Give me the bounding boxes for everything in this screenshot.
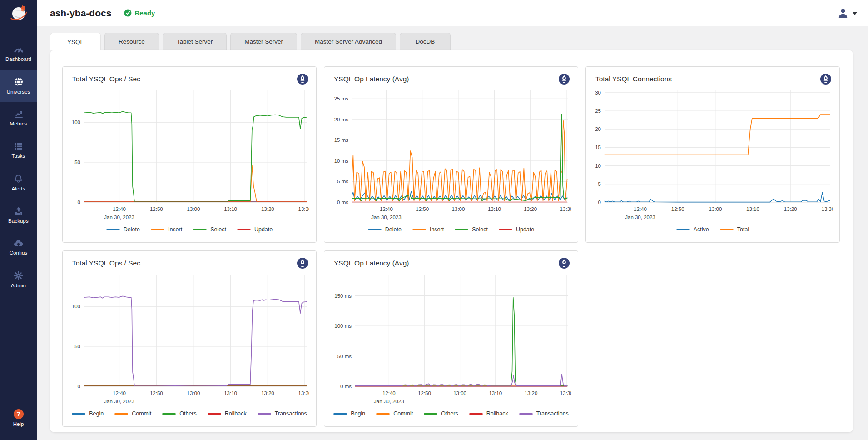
sidebar: Dashboard Universes Metrics xyxy=(0,0,37,440)
bell-icon xyxy=(14,174,23,184)
svg-text:12:50: 12:50 xyxy=(416,206,429,212)
legend-item[interactable]: Active xyxy=(676,226,709,233)
tab-master-server[interactable]: Master Server xyxy=(230,33,297,50)
chart-card-ysql-op-latency-transactions: YSQL Op Latency (Avg) 12:4012:5013:0013:… xyxy=(324,250,578,427)
legend-swatch xyxy=(455,229,468,230)
sidebar-item-admin[interactable]: Admin xyxy=(0,263,37,295)
legend-item[interactable]: Commit xyxy=(114,410,151,417)
svg-text:12:40: 12:40 xyxy=(113,206,126,212)
svg-text:13:10: 13:10 xyxy=(489,390,502,396)
prometheus-icon[interactable] xyxy=(297,257,308,269)
legend-item[interactable]: Delete xyxy=(106,226,140,233)
legend-item[interactable]: Insert xyxy=(412,226,444,233)
legend-label: Update xyxy=(254,226,273,233)
legend-label: Insert xyxy=(430,226,444,233)
legend-swatch xyxy=(333,413,347,415)
line-chart: 12:4012:5013:0013:1013:2013:300510152025… xyxy=(593,87,833,223)
sidebar-item-dashboard[interactable]: Dashboard xyxy=(0,37,37,70)
legend-label: Insert xyxy=(168,226,182,233)
legend-item[interactable]: Rollback xyxy=(208,410,247,417)
legend-item[interactable]: Begin xyxy=(333,410,365,417)
sidebar-item-label: Help xyxy=(13,421,24,427)
svg-text:100: 100 xyxy=(72,304,80,309)
yugabyte-logo[interactable] xyxy=(0,0,37,26)
legend-item[interactable]: Update xyxy=(499,226,534,233)
svg-text:Jan 30, 2023: Jan 30, 2023 xyxy=(625,215,655,220)
legend-item[interactable]: Transactions xyxy=(519,410,569,417)
globe-icon xyxy=(14,77,24,87)
tab-tablet-server[interactable]: Tablet Server xyxy=(163,33,227,50)
sidebar-item-backups[interactable]: Backups xyxy=(0,199,37,231)
prometheus-icon[interactable] xyxy=(558,257,570,269)
svg-text:13:10: 13:10 xyxy=(224,206,237,212)
user-menu[interactable] xyxy=(827,0,868,26)
sidebar-item-universes[interactable]: Universes xyxy=(0,70,37,102)
chevron-down-icon xyxy=(853,12,857,15)
cloud-upload-icon xyxy=(13,239,24,248)
tab-master-server-advanced[interactable]: Master Server Advanced xyxy=(301,33,396,50)
legend-item[interactable]: Others xyxy=(424,410,458,417)
legend-item[interactable]: Commit xyxy=(376,410,413,417)
svg-text:15 ms: 15 ms xyxy=(334,137,349,143)
chart-legend: DeleteInsertSelectUpdate xyxy=(331,223,571,236)
prometheus-icon[interactable] xyxy=(297,73,308,85)
legend-item[interactable]: Rollback xyxy=(469,410,508,417)
sidebar-item-tasks[interactable]: Tasks xyxy=(0,134,37,166)
chart-card-total-ysql-connections: Total YSQL Connections 12:4012:5013:0013… xyxy=(585,66,840,243)
svg-text:Jan 30, 2023: Jan 30, 2023 xyxy=(104,215,134,220)
legend-item[interactable]: Select xyxy=(455,226,488,233)
svg-text:13:00: 13:00 xyxy=(709,206,722,212)
legend-label: Begin xyxy=(351,410,365,417)
prometheus-icon[interactable] xyxy=(820,73,832,85)
legend-item[interactable]: Total xyxy=(720,226,749,233)
legend-swatch xyxy=(151,229,164,230)
legend-item[interactable]: Delete xyxy=(368,226,402,233)
svg-text:Jan 30, 2023: Jan 30, 2023 xyxy=(374,399,404,404)
svg-text:13:00: 13:00 xyxy=(187,390,200,396)
line-chart: 12:4012:5013:0013:1013:2013:30050100Jan … xyxy=(69,87,309,223)
planet-rocket-logo-icon xyxy=(8,3,29,24)
legend-swatch xyxy=(469,413,483,415)
legend-item[interactable]: Update xyxy=(237,226,273,233)
status-text: Ready xyxy=(134,9,155,17)
sidebar-item-configs[interactable]: Configs xyxy=(0,231,37,263)
chart-legend: BeginCommitOthersRollbackTransactions xyxy=(331,407,571,420)
tab-docdb[interactable]: DocDB xyxy=(400,33,451,50)
legend-label: Transactions xyxy=(275,410,307,417)
legend-swatch xyxy=(499,229,512,230)
chart-card-total-ysql-ops-transactions: Total YSQL Ops / Sec 12:4012:5013:0013:1… xyxy=(62,250,317,427)
svg-text:20: 20 xyxy=(595,126,601,132)
legend-item[interactable]: Select xyxy=(193,226,226,233)
chart-legend: ActiveTotal xyxy=(593,223,833,236)
svg-text:13:10: 13:10 xyxy=(746,206,759,212)
svg-text:13:10: 13:10 xyxy=(488,206,501,212)
svg-text:25: 25 xyxy=(595,108,601,114)
svg-text:0: 0 xyxy=(78,384,80,389)
sidebar-item-label: Alerts xyxy=(12,186,25,191)
sidebar-item-alerts[interactable]: Alerts xyxy=(0,166,37,199)
legend-label: Delete xyxy=(124,226,140,233)
sidebar-item-help[interactable]: ? Help xyxy=(0,398,37,437)
legend-item[interactable]: Insert xyxy=(151,226,182,233)
svg-text:13:20: 13:20 xyxy=(261,206,274,212)
legend-swatch xyxy=(368,229,382,230)
sidebar-item-label: Dashboard xyxy=(5,56,31,62)
legend-item[interactable]: Transactions xyxy=(258,410,307,417)
svg-text:13:30: 13:30 xyxy=(822,206,833,212)
legend-label: Delete xyxy=(385,226,402,233)
sidebar-item-metrics[interactable]: Metrics xyxy=(0,102,37,134)
tab-ysql[interactable]: YSQL xyxy=(50,33,101,50)
svg-text:10 ms: 10 ms xyxy=(334,158,349,164)
svg-text:12:50: 12:50 xyxy=(418,390,431,396)
svg-text:12:50: 12:50 xyxy=(150,390,163,396)
legend-item[interactable]: Begin xyxy=(72,410,104,417)
legend-swatch xyxy=(519,413,533,415)
legend-swatch xyxy=(162,413,176,415)
svg-text:12:50: 12:50 xyxy=(671,206,684,212)
svg-text:30: 30 xyxy=(595,90,601,95)
svg-text:13:20: 13:20 xyxy=(784,206,797,212)
prometheus-icon[interactable] xyxy=(558,73,570,85)
tab-resource[interactable]: Resource xyxy=(104,33,159,50)
legend-swatch xyxy=(106,229,120,230)
legend-item[interactable]: Others xyxy=(162,410,197,417)
